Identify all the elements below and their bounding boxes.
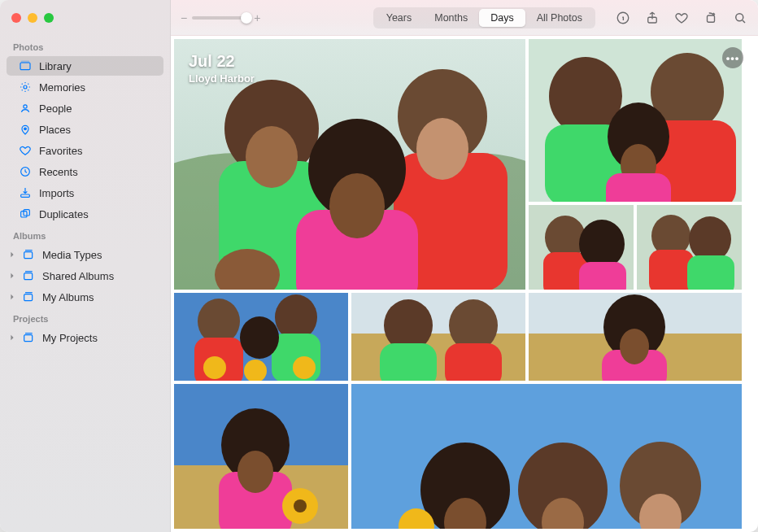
- rotate-button[interactable]: [703, 10, 719, 26]
- svg-point-46: [689, 216, 731, 262]
- svg-rect-15: [708, 15, 715, 22]
- svg-rect-47: [687, 255, 734, 290]
- zoom-control: − +: [181, 11, 260, 24]
- chevron-right-icon[interactable]: [8, 272, 16, 280]
- svg-rect-1: [21, 61, 28, 63]
- svg-rect-9: [24, 252, 33, 259]
- close-button[interactable]: [11, 13, 21, 23]
- photo-tile[interactable]: [529, 293, 742, 381]
- zoom-out-button[interactable]: −: [181, 11, 187, 24]
- svg-point-22: [246, 126, 298, 188]
- memories-icon: [18, 80, 33, 94]
- sidebar-item-label: Imports: [39, 187, 74, 199]
- fullscreen-button[interactable]: [44, 13, 54, 23]
- search-button[interactable]: [732, 10, 748, 26]
- photo-tile[interactable]: [351, 293, 525, 381]
- sidebar-item-media-types[interactable]: Media Types: [7, 245, 163, 264]
- sidebar: Photos Library Memories People Places: [0, 0, 171, 532]
- svg-rect-0: [20, 63, 30, 70]
- photo-tile[interactable]: [174, 293, 348, 381]
- photo-tile[interactable]: [351, 384, 742, 529]
- svg-point-72: [237, 451, 273, 493]
- svg-point-53: [240, 316, 279, 359]
- tab-days[interactable]: Days: [479, 9, 525, 27]
- sidebar-item-my-projects[interactable]: My Projects: [7, 328, 163, 347]
- imports-icon: [18, 185, 33, 200]
- sidebar-item-label: Places: [39, 124, 71, 136]
- toolbar-actions: [615, 10, 748, 26]
- sidebar-item-label: Favorites: [39, 145, 82, 157]
- more-options-button[interactable]: •••: [722, 47, 743, 68]
- sidebar-item-places[interactable]: Places: [7, 120, 163, 139]
- svg-rect-11: [24, 294, 33, 301]
- section-header-projects: Projects: [0, 307, 170, 327]
- sidebar-item-recents[interactable]: Recents: [7, 162, 163, 181]
- svg-rect-62: [445, 343, 502, 381]
- sidebar-item-people[interactable]: People: [7, 98, 163, 118]
- zoom-slider[interactable]: [192, 16, 249, 20]
- svg-point-74: [294, 499, 307, 512]
- window-controls: [0, 0, 170, 36]
- favorite-button[interactable]: [673, 10, 690, 26]
- album-icon: [21, 247, 36, 262]
- svg-rect-60: [380, 343, 437, 381]
- album-icon: [21, 290, 36, 304]
- day-date: Jul 22: [189, 52, 255, 71]
- sidebar-item-label: Duplicates: [39, 208, 89, 220]
- svg-rect-12: [24, 335, 33, 342]
- section-header-albums: Albums: [0, 225, 170, 244]
- sidebar-item-label: Shared Albums: [42, 270, 114, 282]
- svg-point-49: [198, 299, 240, 344]
- svg-rect-37: [606, 173, 671, 202]
- chevron-right-icon[interactable]: [8, 334, 16, 342]
- svg-point-67: [620, 329, 649, 364]
- zoom-slider-knob[interactable]: [241, 12, 252, 24]
- library-icon: [18, 59, 33, 73]
- photo-tile-hero[interactable]: Jul 22 Lloyd Harbor: [174, 39, 525, 290]
- photo-tile[interactable]: [529, 205, 634, 290]
- toolbar: − + Years Months Days All Photos: [171, 0, 758, 36]
- photo-grid: Jul 22 Lloyd Harbor: [171, 36, 758, 532]
- sidebar-item-favorites[interactable]: Favorites: [7, 141, 163, 160]
- svg-point-25: [416, 118, 468, 180]
- svg-point-41: [579, 220, 625, 268]
- section-header-photos: Photos: [0, 36, 170, 55]
- svg-rect-42: [579, 262, 626, 290]
- photo-tile[interactable]: [529, 39, 742, 202]
- svg-rect-45: [649, 250, 694, 290]
- sidebar-item-label: Recents: [39, 166, 78, 178]
- album-icon: [21, 330, 36, 345]
- sidebar-item-shared-albums[interactable]: Shared Albums: [7, 266, 163, 286]
- day-location: Lloyd Harbor: [189, 72, 255, 85]
- view-segmented-control: Years Months Days All Photos: [373, 7, 595, 28]
- svg-point-54: [203, 356, 226, 379]
- chevron-right-icon[interactable]: [8, 251, 16, 259]
- svg-rect-6: [21, 194, 30, 197]
- svg-point-51: [275, 294, 317, 340]
- minimize-button[interactable]: [28, 13, 37, 23]
- photo-tile[interactable]: [637, 205, 742, 290]
- tab-all-photos[interactable]: All Photos: [525, 9, 594, 27]
- chevron-right-icon[interactable]: [8, 293, 16, 301]
- sidebar-item-imports[interactable]: Imports: [7, 183, 163, 203]
- sidebar-item-memories[interactable]: Memories: [7, 77, 163, 97]
- svg-point-2: [24, 85, 27, 89]
- tab-years[interactable]: Years: [375, 9, 424, 27]
- zoom-in-button[interactable]: +: [254, 11, 260, 24]
- places-icon: [18, 122, 33, 137]
- sidebar-item-label: Library: [39, 60, 72, 72]
- recents-icon: [18, 164, 33, 179]
- sidebar-item-label: Media Types: [42, 249, 102, 261]
- share-button[interactable]: [644, 10, 660, 26]
- duplicates-icon: [18, 207, 33, 221]
- sidebar-item-my-albums[interactable]: My Albums: [7, 287, 163, 307]
- photo-tile[interactable]: [174, 384, 348, 529]
- info-button[interactable]: [615, 10, 631, 26]
- tab-months[interactable]: Months: [423, 9, 479, 27]
- album-icon: [21, 268, 36, 283]
- people-icon: [18, 101, 33, 116]
- day-header: Jul 22 Lloyd Harbor: [189, 52, 255, 85]
- sidebar-item-library[interactable]: Library: [7, 56, 163, 76]
- sidebar-item-duplicates[interactable]: Duplicates: [7, 204, 163, 224]
- svg-point-56: [293, 356, 316, 379]
